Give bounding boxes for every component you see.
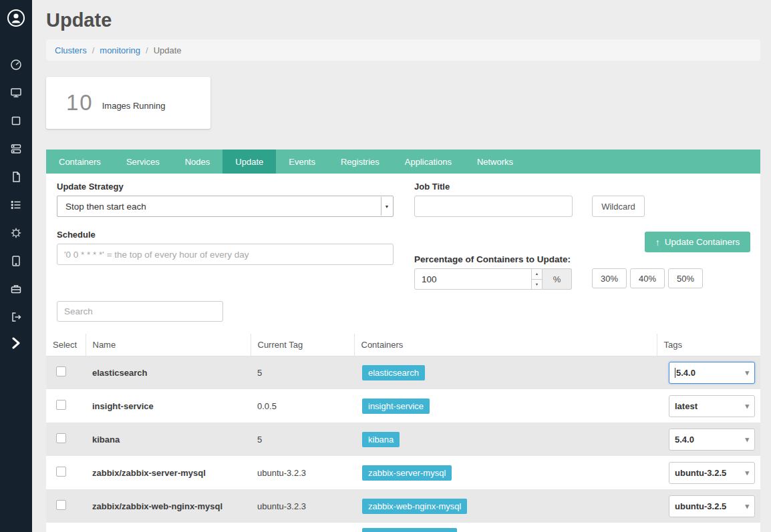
spinner-down-icon[interactable] xyxy=(532,279,542,290)
breadcrumb-separator: / xyxy=(92,45,95,55)
schedule-input[interactable] xyxy=(57,244,394,265)
image-name: elasticsearch xyxy=(86,356,251,389)
percentage-input-group: % xyxy=(414,268,572,290)
server-stack-icon[interactable] xyxy=(10,143,22,155)
tab-update[interactable]: Update xyxy=(222,150,276,174)
tag-select[interactable]: latest xyxy=(669,395,755,417)
images-running-card: 10 Images Running xyxy=(46,77,210,129)
row-checkbox[interactable] xyxy=(56,366,66,376)
tab-registries[interactable]: Registries xyxy=(328,150,392,174)
breadcrumb-item[interactable]: Clusters xyxy=(55,45,87,55)
row-checkbox[interactable] xyxy=(56,500,66,510)
sign-out-icon[interactable] xyxy=(10,311,22,323)
sidebar xyxy=(0,0,32,532)
update-strategy-select[interactable]: Stop then start each xyxy=(57,196,394,217)
percentage-input[interactable] xyxy=(414,268,543,290)
container-badge xyxy=(362,528,457,532)
percentage-label: Percentage of Containers to Update: xyxy=(414,254,571,264)
tag-select-value: ubuntu-3.2.5 xyxy=(675,468,726,478)
table-row-partial xyxy=(46,523,760,532)
job-title-label: Job Title xyxy=(414,182,450,192)
update-strategy-value: Stop then start each xyxy=(65,202,146,212)
current-tag: 5 xyxy=(251,423,354,456)
update-panel: Update Strategy Stop then start each Job… xyxy=(46,174,760,532)
current-tag: ubuntu-3.2.3 xyxy=(251,489,354,523)
breadcrumb-item[interactable]: monitoring xyxy=(100,45,140,55)
tag-select[interactable]: ubuntu-3.2.5 xyxy=(669,462,755,484)
image-name: zabbix/zabbix-server-mysql xyxy=(86,456,251,489)
image-name: kibana xyxy=(86,423,251,456)
spinner-up-icon[interactable] xyxy=(532,269,542,279)
table-row: zabbix/zabbix-server-mysql ubuntu-3.2.3 … xyxy=(46,456,760,489)
image-name: insight-service xyxy=(86,389,251,423)
tab-bar: ContainersServicesNodesUpdateEventsRegis… xyxy=(46,150,760,174)
table-row: zabbix/zabbix-web-nginx-mysql ubuntu-3.2… xyxy=(46,489,760,523)
percent-30-button[interactable]: 30% xyxy=(592,268,627,288)
tab-nodes[interactable]: Nodes xyxy=(172,150,223,174)
table-header-row: Select Name Current Tag Containers Tags xyxy=(46,334,760,356)
percent-unit-addon: % xyxy=(543,268,572,290)
breadcrumb-separator: / xyxy=(146,45,148,55)
table-row: insight-service 0.0.5 insight-service la… xyxy=(46,389,760,423)
page-title: Update xyxy=(46,9,760,31)
main-content: Update Clusters/monitoring/Update 10 Ima… xyxy=(32,9,771,532)
table-row: elasticsearch 5 elasticsearch 5.4.0 xyxy=(46,356,760,389)
dashboard-gauge-icon[interactable] xyxy=(10,59,22,71)
current-tag: 0.0.5 xyxy=(251,389,354,423)
app-logo-icon[interactable] xyxy=(7,9,25,27)
container-badge: kibana xyxy=(362,432,400,447)
container-badge: zabbix-server-mysql xyxy=(362,465,452,481)
tag-select[interactable]: 5.4.0 xyxy=(669,429,755,451)
current-tag: 5 xyxy=(251,356,354,389)
column-header-name: Name xyxy=(86,334,251,356)
file-icon[interactable] xyxy=(10,171,22,183)
update-table-body: elasticsearch 5 elasticsearch 5.4.0 insi… xyxy=(46,356,760,532)
search-input[interactable] xyxy=(57,301,223,322)
tab-applications[interactable]: Applications xyxy=(392,150,464,174)
monitor-icon[interactable] xyxy=(10,87,22,99)
tab-events[interactable]: Events xyxy=(276,150,328,174)
column-header-select: Select xyxy=(46,334,86,356)
schedule-label: Schedule xyxy=(57,230,96,240)
update-containers-label: Update Containers xyxy=(665,237,740,247)
tab-services[interactable]: Services xyxy=(114,150,172,174)
percent-buttons: 30%40%50% xyxy=(592,268,703,288)
update-containers-button[interactable]: ↑ Update Containers xyxy=(645,232,750,252)
image-name: zabbix/zabbix-web-nginx-mysql xyxy=(86,489,251,523)
tag-select[interactable]: ubuntu-3.2.5 xyxy=(669,495,755,517)
percent-40-button[interactable]: 40% xyxy=(630,268,665,288)
expand-chevron-icon[interactable] xyxy=(7,334,25,352)
row-checkbox[interactable] xyxy=(56,467,66,477)
tag-select-value: 5.4.0 xyxy=(675,435,694,445)
text-cursor xyxy=(675,368,675,378)
row-checkbox[interactable] xyxy=(56,433,66,443)
wildcard-button[interactable]: Wildcard xyxy=(592,196,645,217)
row-checkbox[interactable] xyxy=(56,400,66,410)
breadcrumb-item: Update xyxy=(154,45,182,55)
number-spinner xyxy=(531,269,542,289)
gears-icon[interactable] xyxy=(10,227,22,239)
square-icon[interactable] xyxy=(10,115,22,127)
images-running-label: Images Running xyxy=(102,101,166,111)
job-title-input[interactable] xyxy=(414,196,573,217)
breadcrumb: Clusters/monitoring/Update xyxy=(46,39,760,61)
arrow-up-icon: ↑ xyxy=(655,237,660,248)
update-table: Select Name Current Tag Containers Tags … xyxy=(46,334,760,532)
percent-50-button[interactable]: 50% xyxy=(668,268,703,288)
tag-select-value: latest xyxy=(675,401,698,411)
update-strategy-label: Update Strategy xyxy=(57,182,124,192)
container-badge: insight-service xyxy=(362,398,430,414)
tab-containers[interactable]: Containers xyxy=(46,150,114,174)
images-running-count: 10 xyxy=(66,90,94,115)
column-header-tags: Tags xyxy=(657,334,760,356)
tag-select[interactable]: 5.4.0 xyxy=(669,362,755,384)
tab-networks[interactable]: Networks xyxy=(464,150,526,174)
container-badge: zabbix-web-nginx-mysql xyxy=(362,499,467,514)
chevron-down-icon xyxy=(381,197,392,216)
table-row: kibana 5 kibana 5.4.0 xyxy=(46,423,760,456)
toolbox-icon[interactable] xyxy=(10,283,22,295)
tag-select-value: ubuntu-3.2.5 xyxy=(675,501,726,511)
current-tag: ubuntu-3.2.3 xyxy=(251,456,354,489)
tablet-icon[interactable] xyxy=(10,255,22,267)
list-icon[interactable] xyxy=(10,199,22,211)
